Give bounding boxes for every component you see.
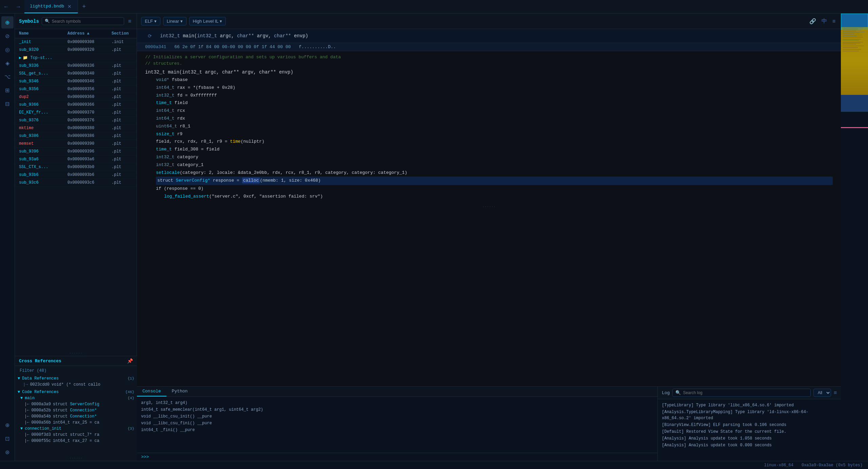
table-row[interactable]: ▶ 📁 Tcp-st...: [15, 54, 137, 62]
lang-icon-btn[interactable]: 中: [820, 16, 828, 26]
refresh-btn[interactable]: ⟳: [142, 31, 157, 41]
settings-icon-btn[interactable]: ⊛: [1, 446, 14, 458]
symbols-search-box[interactable]: 🔍: [42, 17, 124, 25]
add-tab-button[interactable]: +: [78, 3, 90, 10]
log-line: [Analysis.TypeLibraryMapping] Type libra…: [662, 409, 837, 422]
link-icon-btn[interactable]: 🔗: [808, 17, 817, 26]
table-row[interactable]: _init 0x000009308 .init: [15, 38, 137, 46]
console-input[interactable]: [151, 454, 653, 460]
xref-item[interactable]: |← 0000a54b struct Connection*: [18, 413, 134, 420]
svg-rect-3: [843, 31, 856, 31]
xref-conn-header[interactable]: ▼ connection_init {3}: [18, 426, 134, 432]
col-name: Name: [18, 30, 66, 37]
xref-item[interactable]: |← 0000a3a9 struct ServerConfig: [18, 401, 134, 407]
xref-data-header[interactable]: ▼ Data References {1}: [18, 375, 134, 382]
row-section: .plt: [110, 141, 134, 147]
row-name: _init: [18, 39, 66, 45]
xref-item[interactable]: |← 0000a56b int64_t rax_25 = ca: [18, 420, 134, 426]
table-row[interactable]: sub_93c6 0x0000093c6 .plt: [15, 179, 137, 187]
folder-label: 📁 Tcp-st...: [23, 55, 52, 60]
svg-rect-8: [843, 36, 857, 36]
console-tab-python[interactable]: Python: [166, 387, 193, 396]
minimap-viz[interactable]: [841, 14, 868, 461]
debug-icon-btn[interactable]: ⌥: [1, 70, 14, 83]
xref-code-header[interactable]: ▼ Code References {46}: [18, 389, 134, 395]
xref-text: struct Connection*: [53, 408, 97, 413]
table-row[interactable]: sub_9366 0x000009366 .plt: [15, 101, 137, 109]
terminal-icon-btn[interactable]: ⊡: [1, 432, 14, 445]
xref-main-header[interactable]: ▼ main {4}: [18, 395, 134, 401]
row-section: .plt: [110, 63, 134, 69]
row-name: sub_93a6: [18, 156, 66, 162]
xref-arrow: |←: [24, 414, 29, 419]
log-filter-select[interactable]: All: [813, 389, 831, 397]
table-row[interactable]: sub_9336 0x000009336 .plt: [15, 62, 137, 70]
xref-pin-btn[interactable]: 📌: [127, 358, 133, 364]
table-row[interactable]: sub_93b6 0x0000093b6 .plt: [15, 171, 137, 179]
table-row[interactable]: sub_9356 0x000009356 .plt: [15, 85, 137, 93]
linear-btn[interactable]: Linear ▾: [163, 17, 186, 25]
xref-conn-label: connection_init: [25, 426, 61, 431]
row-name: sub_9366: [18, 102, 66, 108]
table-row[interactable]: sub_9320 0x000009320 .plt: [15, 46, 137, 54]
tools-icon-btn[interactable]: ⊘: [1, 30, 14, 42]
type-time: time_t: [156, 100, 172, 105]
table-row[interactable]: sub_9376 0x000009376 .plt: [15, 117, 137, 124]
col-address[interactable]: Address ▲: [66, 30, 110, 37]
log-search-input[interactable]: [683, 390, 807, 395]
table-row[interactable]: mktime 0x000009380 .plt: [15, 124, 137, 132]
console-tab-console[interactable]: Console: [137, 387, 166, 396]
toolbar-right-btns: 🔗 中 ≡: [808, 16, 837, 26]
table-row[interactable]: SSL_get_s... 0x000009340 .plt: [15, 70, 137, 78]
search-icon-btn[interactable]: ⊕: [1, 419, 14, 431]
elf-btn[interactable]: ELF ▾: [141, 17, 160, 25]
table-row[interactable]: memset 0x000009390 .plt: [15, 140, 137, 148]
log-search-box[interactable]: 🔍: [672, 389, 810, 397]
bookmarks-icon-btn[interactable]: ◈: [1, 57, 14, 69]
menu-icon-btn[interactable]: ≡: [831, 17, 837, 26]
symbols-search-input[interactable]: [52, 19, 121, 24]
table-row[interactable]: sub_9386 0x000009386 .plt: [15, 132, 137, 140]
hlil-btn[interactable]: High Level IL ▾: [189, 17, 226, 25]
tags-icon-btn[interactable]: ◎: [1, 43, 14, 56]
func-call-time: time: [230, 139, 240, 144]
code-scroll-area[interactable]: 0000a341 66 2e 0f 1f 84 00 00-00 00 00 0…: [137, 43, 841, 386]
log-menu-btn[interactable]: ≡: [834, 390, 837, 396]
xref-header: Cross References 📌: [15, 356, 137, 366]
grid-icon-btn[interactable]: ⊞: [1, 84, 14, 96]
xref-item[interactable]: |← 0000f55c int64_t rax_27 = ca: [18, 438, 134, 444]
row-section: .plt: [110, 78, 134, 84]
table-row[interactable]: SSL_CTX_s... 0x0000093b0 .plt: [15, 163, 137, 171]
code-line: int32_t category_1: [156, 161, 833, 169]
table-row[interactable]: sub_93a6 0x0000093a6 .plt: [15, 156, 137, 163]
log-content: [TypeLibrary] Type library 'libc_x86_64.…: [658, 399, 841, 461]
toolbar: ELF ▾ Linear ▾ High Level IL ▾ 🔗 中 ≡: [137, 14, 841, 29]
xref-arrow-icon: |→: [23, 382, 28, 387]
tab-lighttpd[interactable]: lighttpd.bndb ✕: [24, 0, 78, 13]
svg-rect-1: [843, 29, 858, 29]
table-row[interactable]: EC_KEY_fr... 0x000009370 .plt: [15, 109, 137, 117]
row-name: sub_9346: [18, 78, 66, 84]
type-int64-3: int64_t: [156, 116, 175, 121]
row-name: sub_9320: [18, 47, 66, 53]
xref-item[interactable]: |← 0000a52b struct Connection*: [18, 407, 134, 413]
xref-main-fold-icon: ▼: [20, 396, 23, 401]
symbols-menu-btn[interactable]: ≡: [127, 18, 133, 24]
xref-item[interactable]: |← 0000f3d3 struct struct_7* ra: [18, 432, 134, 438]
xref-code-section: ▼ Code References {46} ▼ main {4} |← 000…: [18, 389, 134, 444]
xref-data-item[interactable]: |→ 0023cdd0 void* (* const callo: [18, 382, 134, 388]
folder-icon: ▶: [19, 55, 21, 60]
forward-button[interactable]: →: [12, 0, 24, 13]
nav-icon-btn[interactable]: ⊕: [1, 16, 14, 28]
table-row[interactable]: sub_9396 0x000009396 .plt: [15, 148, 137, 156]
xref-filter[interactable]: Filter (48): [18, 367, 134, 374]
func-ret-type: int32_t: [160, 33, 183, 39]
row-addr: 0x0000093a6: [66, 156, 110, 162]
row-addr: 0x000009366: [66, 102, 110, 108]
layers-icon-btn[interactable]: ⊟: [1, 98, 14, 110]
console-line: arg3, int32_t arg4): [141, 400, 653, 406]
tab-close-button[interactable]: ✕: [67, 4, 72, 9]
table-row[interactable]: dup2 0x000009360 .plt: [15, 93, 137, 101]
back-button[interactable]: ←: [0, 0, 12, 13]
table-row[interactable]: sub_9346 0x000009346 .plt: [15, 78, 137, 85]
